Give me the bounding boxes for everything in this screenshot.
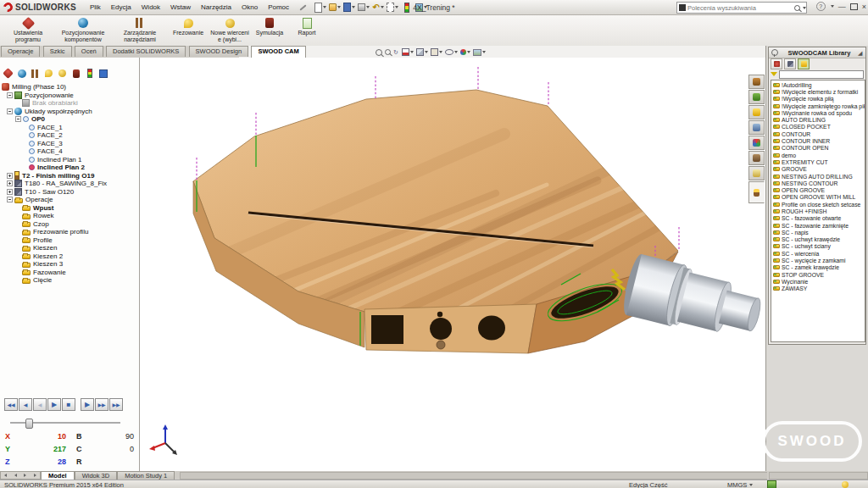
library-item[interactable]: SC - wycięcie z zamkami [771, 257, 865, 263]
view-settings-button[interactable] [415, 2, 427, 13]
sw-addins-icon[interactable] [767, 480, 776, 488]
component-positioning-button[interactable]: Pozycjonowanie komponentów [53, 15, 114, 46]
component-positioning-icon[interactable] [16, 68, 27, 79]
save-button[interactable] [343, 2, 355, 13]
library-item[interactable]: ZAWIASY [771, 286, 865, 292]
tree-item-inclined-plan-2[interactable]: Inclined Plan 2 [0, 164, 139, 172]
help-button[interactable]: ? [816, 2, 826, 11]
display-style-icon[interactable] [431, 48, 442, 56]
library-item[interactable]: CONTOUR INNER [771, 137, 865, 144]
milling-icon[interactable] [43, 68, 54, 79]
view-palette-tab[interactable] [748, 120, 765, 135]
library-item[interactable]: SC - napis [771, 229, 865, 236]
saw-tools-icon[interactable] [784, 58, 796, 69]
milling-button[interactable]: Frezowanie [166, 15, 210, 46]
library-item[interactable]: OPEN GROOVE [771, 186, 865, 193]
library-item[interactable]: NESTING CONTOUR [771, 180, 865, 186]
jump-to-start-button[interactable]: ◀◀ [4, 398, 18, 411]
search-box[interactable] [676, 2, 807, 14]
new-document-button[interactable] [314, 2, 326, 13]
expand-panel-icon[interactable]: ◢ [858, 50, 864, 56]
simulation-button[interactable]: Symulacja [249, 15, 290, 46]
swoodcam-library-tab[interactable] [748, 181, 765, 203]
tree-item-face2[interactable]: FACE_2 [0, 131, 139, 140]
print-button[interactable] [358, 2, 370, 13]
slider-handle[interactable] [25, 419, 33, 429]
tree-item-uklady[interactable]: Układy współrzędnych [0, 108, 139, 116]
apply-scene-icon[interactable] [473, 49, 486, 56]
search-input[interactable] [687, 3, 793, 12]
file-explorer-tab[interactable] [748, 105, 765, 119]
select-button[interactable] [387, 2, 398, 13]
collapse-icon[interactable] [15, 116, 21, 122]
library-item[interactable]: ROUGH +FINISH [771, 208, 865, 214]
tree-item-t2[interactable]: T2 - Finish milling O19 [0, 172, 139, 180]
chevron-down-icon[interactable] [803, 7, 806, 9]
menu-wstaw[interactable]: Wstaw [165, 2, 196, 13]
collapse-icon[interactable] [7, 108, 13, 114]
traffic-light-icon[interactable] [84, 68, 95, 79]
simulation-icon[interactable] [70, 68, 81, 79]
collapse-icon[interactable] [7, 197, 13, 202]
tree-item-wpust[interactable]: Wpust [0, 204, 139, 213]
library-item[interactable]: CLOSED POCKET [771, 124, 865, 130]
collapse-icon[interactable] [7, 92, 13, 98]
library-item[interactable]: EXTREMITY CUT [771, 158, 865, 165]
jump-to-end-button[interactable]: ▶▶ [109, 398, 123, 411]
tree-item-kieszen[interactable]: Kieszen [0, 244, 139, 252]
design-library-tab[interactable] [748, 90, 765, 104]
play-button[interactable]: ▶ [47, 398, 61, 411]
library-item[interactable]: !Wycięcie rowka piłą [771, 96, 865, 103]
tree-item-rowek[interactable]: Rowek [0, 212, 139, 220]
graphics-viewport[interactable] [140, 58, 765, 471]
edit-appearance-icon[interactable] [460, 49, 470, 55]
library-item[interactable]: !Wycięcie elementu z formatki [771, 88, 865, 95]
library-item[interactable]: !Wycięcie zamkniętego rowka piłą [771, 103, 865, 109]
zoom-fit-icon[interactable] [376, 49, 382, 56]
operation-folders-icon[interactable] [798, 58, 810, 69]
appearances-tab[interactable] [748, 136, 765, 150]
rebuild-button[interactable] [401, 2, 413, 13]
tree-item-milling[interactable]: Milling (Phase 10) [0, 83, 139, 92]
library-item[interactable]: Wycinanie [771, 278, 865, 285]
tab-swood-cam[interactable]: SWOOD CAM [251, 46, 305, 58]
menu-pomoc[interactable]: Pomoc [263, 2, 294, 13]
tool-management-button[interactable]: Zarządzanie narzędziami [114, 15, 166, 46]
custom-properties-tab[interactable] [748, 151, 765, 165]
play-reverse-button[interactable]: ◀ [33, 398, 47, 411]
program-settings-icon[interactable] [3, 68, 14, 79]
tree-item-kieszen-3[interactable]: Kieszen 3 [0, 260, 139, 269]
open-button[interactable] [329, 2, 341, 13]
program-settings-button[interactable]: Ustawienia programu [3, 15, 53, 46]
tree-item-fazowanie[interactable]: Fazowanie [0, 269, 139, 277]
units-selector[interactable]: MMGS [727, 481, 753, 488]
library-item[interactable]: GROOVE [771, 166, 865, 173]
machining-settings-icon[interactable] [771, 58, 782, 69]
library-item[interactable]: CONTOUR OPEN [771, 145, 865, 152]
minimize-button[interactable]: — [838, 3, 846, 11]
fast-forward-button[interactable]: ▶▶ [95, 398, 108, 411]
expand-icon[interactable] [7, 189, 13, 195]
library-item[interactable]: SC - fazowanie otwarte [771, 215, 865, 222]
search-icon[interactable] [794, 5, 800, 11]
tree-item-operacje[interactable]: Operacje [0, 196, 139, 204]
sw-resources-tab[interactable] [748, 75, 765, 89]
tree-item-ciecie[interactable]: Cięcie [0, 276, 139, 285]
tree-item-kieszen-2[interactable]: Kieszen 2 [0, 252, 139, 261]
menu-edycja[interactable]: Edycja [106, 2, 136, 13]
library-item[interactable]: SC - wiercenia [771, 250, 865, 257]
pin-icon[interactable] [771, 49, 778, 56]
library-item[interactable]: NESTING AUTO DRILLING [771, 173, 865, 180]
hide-show-items-icon[interactable] [445, 49, 458, 55]
tab-motion-study-1[interactable]: Motion Study 1 [117, 471, 175, 480]
tab-widok-3d[interactable]: Widok 3D [75, 471, 118, 480]
tab-dodatki-solidworks[interactable]: Dodatki SOLIDWORKS [106, 46, 186, 57]
chevron-down-icon[interactable] [831, 5, 834, 8]
library-item[interactable]: CONTOUR [771, 130, 865, 137]
expand-icon[interactable] [7, 173, 13, 179]
library-item[interactable]: SC - zamek krawędzie [771, 264, 865, 271]
new-drilling-button[interactable]: Nowe wierceni e (wybi... [210, 15, 249, 46]
view-orientation-icon[interactable] [416, 48, 428, 56]
new-drilling-icon[interactable] [57, 68, 68, 79]
tab-swood-design[interactable]: SWOOD Design [189, 46, 249, 57]
